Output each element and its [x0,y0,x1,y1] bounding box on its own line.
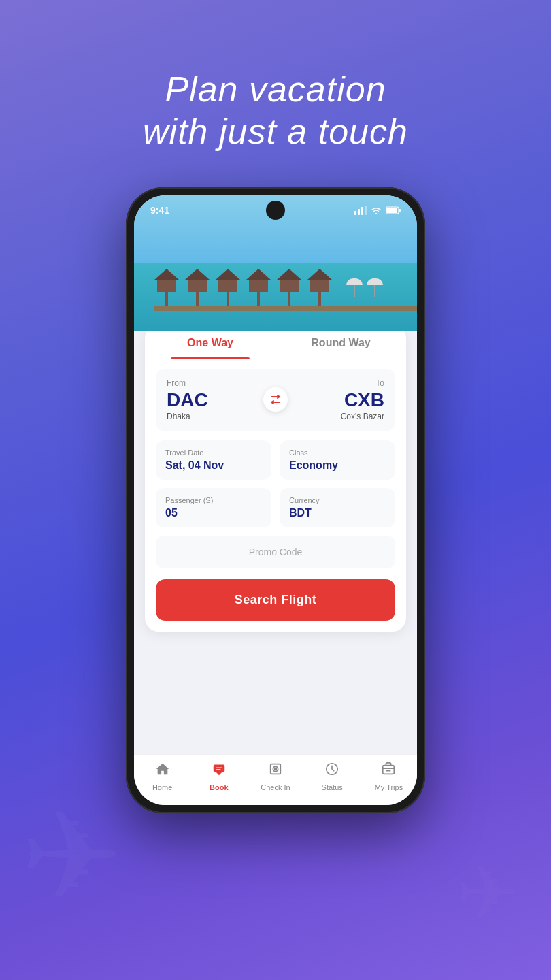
search-flight-button[interactable]: Search Flight [156,579,395,621]
passengers-currency-row: Passenger (S) 05 Currency BDT [156,488,395,527]
svg-rect-11 [383,765,395,774]
booking-card: One Way Round Way From DAC Dhaka [145,331,406,632]
to-field[interactable]: To CXB Cox's Bazar [293,378,384,421]
nav-book-label: Book [210,783,229,791]
signal-icon [354,206,367,215]
travel-date-field[interactable]: Travel Date Sat, 04 Nov [156,440,271,480]
bungalow-2 [185,269,210,306]
svg-rect-3 [365,206,367,215]
svg-rect-5 [399,209,401,212]
home-icon [155,762,170,781]
bottom-navigation: Home Book C [134,754,417,805]
currency-field[interactable]: Currency BDT [280,488,395,527]
status-bar: 9:41 [134,195,417,225]
svg-rect-2 [361,207,363,215]
nav-status-label: Status [322,783,343,791]
pier [154,306,417,311]
bungalow-6 [307,269,332,306]
svg-rect-6 [386,208,397,213]
travel-date-value: Sat, 04 Nov [165,459,262,472]
promo-placeholder: Promo Code [249,546,303,557]
phone-screen: 9:41 [134,195,417,805]
passengers-value: 05 [165,507,262,519]
svg-rect-0 [354,211,356,215]
class-value: Economy [289,459,386,472]
nav-checkin-label: Check In [261,783,290,791]
travel-date-label: Travel Date [165,448,262,457]
status-icons [354,206,401,215]
svg-text:✈: ✈ [456,851,518,926]
umbrella-2 [367,278,383,297]
headline-line2: with just a touch [143,112,408,151]
page-headline: Plan vacation with just a touch [143,68,408,153]
to-city: Cox's Bazar [293,412,384,421]
svg-rect-1 [358,209,360,215]
nav-mytrips-label: My Trips [375,783,403,791]
from-field[interactable]: From DAC Dhaka [167,378,258,421]
tab-round-way[interactable]: Round Way [276,331,406,359]
headline-line1: Plan vacation [165,69,386,109]
to-label: To [293,378,384,388]
bungalow-1 [154,269,179,306]
swap-icon [269,395,282,404]
nav-status[interactable]: Status [304,762,361,791]
status-time: 9:41 [150,205,169,216]
book-icon [212,762,227,781]
mytrips-icon [381,762,396,781]
class-label: Class [289,448,386,457]
currency-label: Currency [289,496,386,504]
flight-type-tabs: One Way Round Way [145,331,406,359]
passengers-field[interactable]: Passenger (S) 05 [156,488,271,527]
bungalow-4 [246,269,271,306]
battery-icon [386,206,401,214]
date-class-row: Travel Date Sat, 04 Nov Class Economy [156,440,395,480]
promo-code-field[interactable]: Promo Code [156,536,395,568]
checkin-icon [268,762,283,781]
svg-point-9 [275,768,277,770]
background-decoration-right: ✈ [456,844,537,926]
content-area: One Way Round Way From DAC Dhaka [134,331,417,754]
umbrella-1 [346,278,363,297]
bungalow-3 [216,269,240,306]
to-code: CXB [293,391,384,410]
background-decoration-left: ✈ [20,776,156,912]
from-label: From [167,378,258,388]
spacer [134,638,417,652]
status-icon [324,762,339,781]
from-city: Dhaka [167,412,258,421]
notch [266,201,285,220]
wifi-icon [371,206,382,214]
phone-mockup: 9:41 [126,187,425,813]
tab-one-way[interactable]: One Way [145,331,276,359]
svg-text:✈: ✈ [20,787,123,912]
passengers-label: Passenger (S) [165,496,262,504]
class-field[interactable]: Class Economy [280,440,395,480]
from-code: DAC [167,391,258,410]
nav-book[interactable]: Book [190,762,247,791]
nav-checkin[interactable]: Check In [247,762,303,791]
swap-button[interactable] [263,387,288,412]
from-to-row[interactable]: From DAC Dhaka To CXB [156,369,395,431]
bungalow-5 [277,269,301,306]
currency-value: BDT [289,507,386,519]
nav-mytrips[interactable]: My Trips [361,762,417,791]
